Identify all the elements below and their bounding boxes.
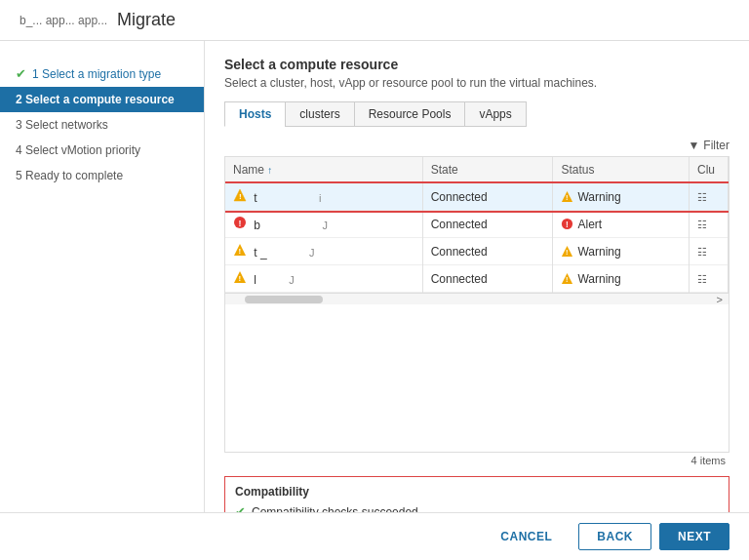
sort-arrow-icon: ↑ [267,165,272,176]
breadcrumb: b_... app... app... [20,14,107,27]
status-warning-badge-2: ! Warning [561,245,681,259]
table-row[interactable]: ! b J Connected ! Alert [225,211,729,238]
table-header-row: Name ↑ State Status Clu [225,157,729,183]
sidebar-item-step1[interactable]: ✔ 1 Select a migration type [0,60,204,87]
cell-state-3: Connected [422,238,553,265]
warning-icon-3: ! [233,270,247,284]
sidebar-step4-label: 4 Select vMotion priority [16,143,140,157]
table-row[interactable]: ! t i Connected ! Warning [225,183,729,211]
tabs: Hosts clusters Resource Pools vApps [224,101,729,127]
cell-cluster-1: ☷ [690,183,729,211]
cancel-button[interactable]: CANCEL [482,523,571,550]
filter-label: Filter [703,139,729,152]
footer: CANCEL BACK NEXT [0,512,749,560]
svg-text:!: ! [239,219,242,228]
warning-icon-2: ! [233,243,247,257]
section-title: Select a compute resource [224,57,729,72]
main-content: Select a compute resource Select a clust… [205,41,749,560]
svg-text:!: ! [567,220,570,229]
tab-resource-pools[interactable]: Resource Pools [354,101,465,127]
cell-state-4: Connected [422,265,553,293]
sidebar-item-step2[interactable]: 2 Select a compute resource [0,87,204,112]
filter-icon: ▼ [688,139,699,152]
svg-text:!: ! [239,247,242,256]
svg-text:!: ! [239,192,242,201]
tab-hosts[interactable]: Hosts [224,101,285,127]
cell-status-3: ! Warning [553,238,690,265]
sidebar-step1-label: 1 Select a migration type [32,67,161,81]
cell-state-2: Connected [422,211,553,238]
cell-status-2: ! Alert [553,211,690,238]
scroll-right-arrow[interactable]: > [711,294,729,305]
sidebar-step5-label: 5 Ready to complete [16,169,123,182]
col-header-name[interactable]: Name ↑ [225,157,422,183]
col-header-cluster[interactable]: Clu [690,157,729,183]
table-row[interactable]: ! l J Connected ! Warning [225,265,729,293]
title-bar: b_... app... app... Migrate [0,0,749,41]
cell-status-4: ! Warning [553,265,690,293]
check-icon: ✔ [16,66,26,81]
cell-name: ! t i [225,183,422,211]
tab-vapps[interactable]: vApps [464,101,526,127]
cell-name-4: ! l J [225,265,422,293]
cell-cluster-3: ☷ [690,238,729,265]
cell-name-2: ! b J [225,211,422,238]
items-count: 4 items [224,453,729,468]
cell-cluster-4: ☷ [690,265,729,293]
sidebar: ✔ 1 Select a migration type 2 Select a c… [0,41,205,560]
warning-icon: ! [233,188,247,202]
section-subtitle: Select a cluster, host, vApp or resource… [224,76,729,90]
svg-text:!: ! [567,275,569,284]
scroll-thumb [245,296,323,303]
sidebar-step2-label: 2 Select a compute resource [16,93,175,106]
alert-icon: ! [233,216,247,229]
back-button[interactable]: BACK [578,523,651,550]
compatibility-title: Compatibility [235,485,719,499]
filter-row: ▼ Filter [224,139,729,152]
col-header-state[interactable]: State [422,157,553,183]
cell-status-1: ! Warning [553,183,690,211]
horizontal-scrollbar[interactable]: > [225,293,729,304]
sidebar-step3-label: 3 Select networks [16,118,108,132]
cell-cluster-2: ☷ [690,211,729,238]
sidebar-item-step4[interactable]: 4 Select vMotion priority [0,138,204,163]
status-alert-badge: ! Alert [561,218,681,231]
svg-text:!: ! [567,193,569,202]
cell-state-1: Connected [422,183,553,211]
data-table-wrapper: Name ↑ State Status Clu [224,156,729,453]
status-warning-badge: ! Warning [561,190,681,204]
data-table: Name ↑ State Status Clu [225,157,729,293]
sidebar-item-step5[interactable]: 5 Ready to complete [0,163,204,188]
next-button[interactable]: NEXT [659,523,729,550]
sidebar-item-step3[interactable]: 3 Select networks [0,112,204,138]
tab-clusters[interactable]: clusters [285,101,353,127]
svg-text:!: ! [239,274,242,283]
page-title: Migrate [117,10,176,30]
col-name-label: Name [233,163,264,177]
table-row[interactable]: ! t _ J Connected ! Warning [225,238,729,265]
cell-name-3: ! t _ J [225,238,422,265]
status-warning-badge-3: ! Warning [561,272,681,286]
col-header-status[interactable]: Status [553,157,690,183]
svg-text:!: ! [567,248,569,257]
